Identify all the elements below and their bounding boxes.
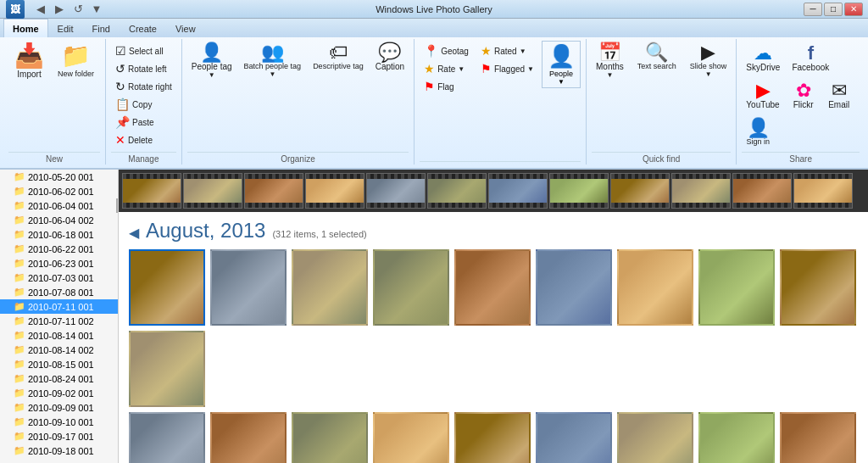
- film-thumb-10[interactable]: [732, 173, 792, 209]
- minimize-button[interactable]: ─: [804, 3, 822, 16]
- skydrive-button[interactable]: ☁ SkyDrive: [742, 42, 784, 75]
- batch-people-tag-button[interactable]: 👥 Batch people tag ▼: [240, 41, 306, 81]
- sidebar-item-7[interactable]: 📁2010-07-03 001: [0, 271, 118, 285]
- office-button[interactable]: 🖼: [6, 0, 25, 19]
- sidebar-item-6[interactable]: 📁2010-06-23 001: [0, 256, 118, 271]
- film-thumb-8[interactable]: [610, 173, 670, 209]
- window-title: Windows Live Photo Gallery: [376, 4, 492, 14]
- qat-dropdown[interactable]: ▼: [88, 1, 105, 18]
- photo-thumb-14[interactable]: [454, 412, 531, 463]
- film-thumb-4[interactable]: [366, 173, 426, 209]
- flagged-button[interactable]: ⚑ Flagged ▼: [476, 60, 538, 77]
- sidebar-item-14[interactable]: 📁2010-08-24 001: [0, 371, 118, 386]
- photo-thumb-17[interactable]: [698, 412, 775, 463]
- rate-button[interactable]: ★ Rate ▼: [420, 60, 473, 77]
- sidebar-item-8[interactable]: 📁2010-07-08 001: [0, 285, 118, 299]
- film-thumb-0[interactable]: [122, 173, 181, 209]
- photo-thumb-7[interactable]: [698, 249, 775, 326]
- sidebar-item-1[interactable]: 📁2010-06-02 001: [0, 184, 118, 198]
- photo-thumb-3[interactable]: [373, 249, 449, 326]
- film-thumb-2[interactable]: [244, 173, 303, 209]
- youtube-button[interactable]: ▶ YouTube: [742, 79, 783, 112]
- sidebar-item-17[interactable]: 📁2010-09-10 001: [0, 415, 118, 429]
- flickr-button[interactable]: ✿ Flickr: [787, 79, 820, 112]
- maximize-button[interactable]: □: [824, 3, 843, 16]
- photo-thumb-9[interactable]: [129, 331, 205, 407]
- sidebar-item-16[interactable]: 📁2010-09-09 001: [0, 400, 118, 415]
- film-thumb-11[interactable]: [793, 173, 853, 209]
- photo-thumb-5[interactable]: [536, 249, 612, 326]
- film-thumb-7[interactable]: [549, 173, 609, 209]
- descriptive-tag-button[interactable]: 🏷 Descriptive tag: [309, 41, 368, 73]
- section-collapse-arrow[interactable]: ◀: [129, 225, 139, 241]
- text-search-button[interactable]: 🔍 Text search: [633, 41, 681, 73]
- slide-show-button[interactable]: ▶ Slide show ▼: [686, 41, 732, 81]
- months-button[interactable]: 📅 Months ▼: [592, 41, 628, 81]
- email-button[interactable]: ✉ Email: [823, 79, 855, 112]
- paste-button[interactable]: 📌 Paste: [111, 114, 176, 131]
- close-button[interactable]: ✕: [844, 3, 863, 16]
- photo-thumb-15[interactable]: [536, 412, 612, 463]
- photo-thumb-10[interactable]: [129, 412, 205, 463]
- ribbon-group-quickfind: 📅 Months ▼ 🔍 Text search ▶ Slide show ▼ …: [587, 39, 737, 165]
- caption-button[interactable]: 💬 Caption: [371, 41, 409, 74]
- sidebar-item-4[interactable]: 📁2010-06-18 001: [0, 227, 118, 242]
- back-button[interactable]: ◀: [32, 1, 49, 18]
- ribbon-tabs: Home Edit Find Create View: [0, 19, 868, 37]
- sidebar-item-12[interactable]: 📁2010-08-14 002: [0, 343, 118, 357]
- sign-in-button[interactable]: 👤 Sign in: [742, 116, 774, 148]
- rotate-right-button[interactable]: ↻ Rotate right: [111, 78, 176, 95]
- rotate-left-button[interactable]: ↺ Rotate left: [111, 60, 176, 77]
- sidebar-item-18[interactable]: 📁2010-09-17 001: [0, 429, 118, 443]
- sidebar-item-5[interactable]: 📁2010-06-22 001: [0, 242, 118, 256]
- film-thumb-9[interactable]: [671, 173, 731, 209]
- photo-thumb-0[interactable]: [129, 249, 205, 326]
- sidebar-item-11[interactable]: 📁2010-08-14 001: [0, 328, 118, 343]
- tab-edit[interactable]: Edit: [48, 19, 83, 37]
- import-button[interactable]: 📥 Import: [8, 41, 50, 81]
- photo-thumb-6[interactable]: [617, 249, 693, 326]
- tab-find[interactable]: Find: [83, 19, 120, 37]
- refresh-button[interactable]: ↺: [70, 1, 86, 18]
- photo-thumb-13[interactable]: [373, 412, 449, 463]
- film-thumb-6[interactable]: [488, 173, 548, 209]
- sidebar-item-0[interactable]: 📁2010-05-20 001: [0, 170, 118, 184]
- people-tag-button[interactable]: 👤 People tag ▼: [187, 41, 236, 81]
- geotag-button[interactable]: 📍 Geotag: [420, 42, 473, 59]
- film-thumb-5[interactable]: [427, 173, 487, 209]
- tab-create[interactable]: Create: [120, 19, 166, 37]
- rotate-left-icon: ↺: [115, 62, 125, 75]
- photo-thumb-18[interactable]: [780, 412, 856, 463]
- forward-button[interactable]: ▶: [51, 1, 68, 18]
- sidebar-item-19[interactable]: 📁2010-09-18 001: [0, 443, 118, 458]
- photo-thumb-16[interactable]: [617, 412, 693, 463]
- tab-home[interactable]: Home: [3, 19, 48, 37]
- sidebar-item-13[interactable]: 📁2010-08-15 001: [0, 357, 118, 371]
- photo-thumb-1[interactable]: [210, 249, 287, 326]
- sidebar-item-15[interactable]: 📁2010-09-02 001: [0, 386, 118, 400]
- sidebar-item-2[interactable]: 📁2010-06-04 001: [0, 198, 118, 213]
- rated-button[interactable]: ★ Rated ▼: [476, 42, 538, 59]
- new-folder-button[interactable]: 📁 New folder: [52, 41, 100, 81]
- film-thumb-1[interactable]: [183, 173, 242, 209]
- sidebar-item-3[interactable]: 📁2010-06-04 002: [0, 213, 118, 227]
- select-all-button[interactable]: ☑ Select all: [111, 42, 176, 59]
- delete-button[interactable]: ✕ Delete: [111, 131, 176, 148]
- film-thumb-3[interactable]: [305, 173, 364, 209]
- months-icon: 📅: [598, 43, 621, 62]
- photo-thumb-12[interactable]: [292, 412, 368, 463]
- people-view-button[interactable]: 👤 People ▼: [542, 41, 581, 88]
- photo-thumb-11[interactable]: [210, 412, 287, 463]
- sidebar-item-10[interactable]: 📁2010-07-11 002: [0, 314, 118, 328]
- copy-button[interactable]: 📋 Copy: [111, 96, 176, 113]
- flag-button[interactable]: ⚑ Flag: [420, 78, 473, 95]
- sidebar-item-9[interactable]: 📁2010-07-11 001: [0, 299, 118, 314]
- photo-thumb-4[interactable]: [454, 249, 531, 326]
- tab-view[interactable]: View: [166, 19, 205, 37]
- photo-thumb-8[interactable]: [780, 249, 856, 326]
- quick-access-toolbar: ◀ ▶ ↺ ▼: [29, 1, 108, 18]
- ribbon-group-share: ☁ SkyDrive f Facebook ▶ YouTube ✿ Flickr…: [737, 39, 865, 165]
- facebook-button[interactable]: f Facebook: [787, 42, 833, 75]
- folder-icon-18: 📁: [14, 431, 25, 442]
- photo-thumb-2[interactable]: [292, 249, 368, 326]
